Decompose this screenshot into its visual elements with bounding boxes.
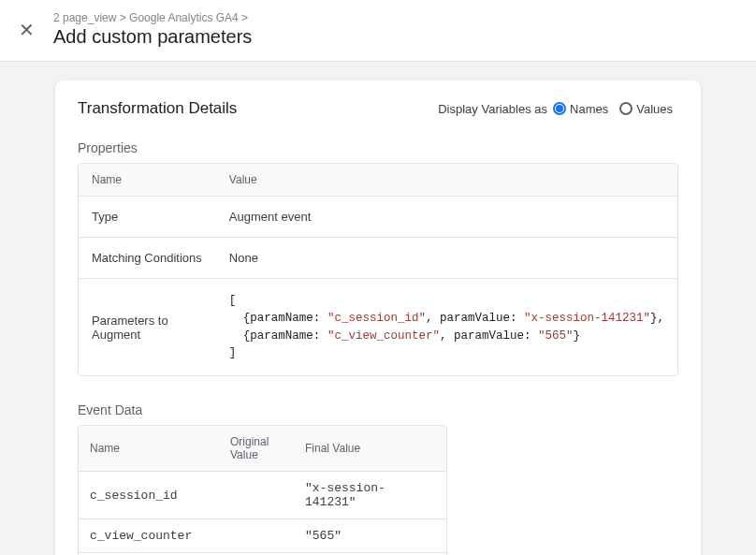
display-label: Display Variables as xyxy=(438,102,547,116)
table-row: Matching Conditions None xyxy=(79,238,677,279)
prop-name: Type xyxy=(79,197,216,238)
prop-value: Augment event xyxy=(216,197,677,238)
card-title: Transformation Details xyxy=(78,99,237,118)
table-row: c_view_counter "565" xyxy=(79,519,446,553)
table-row: Parameters to Augment [ {paramName: "c_s… xyxy=(79,279,677,375)
content-area: Transformation Details Display Variables… xyxy=(0,62,756,555)
event-name: c_view_counter xyxy=(79,519,219,553)
col-name-header: Name xyxy=(79,164,216,197)
event-orig xyxy=(219,519,294,553)
card-header: Transformation Details Display Variables… xyxy=(78,99,678,118)
radio-names[interactable] xyxy=(553,102,566,115)
close-icon[interactable]: ✕ xyxy=(19,11,35,39)
event-final: "x-session-141231" xyxy=(294,472,446,519)
details-card: Transformation Details Display Variables… xyxy=(55,80,701,555)
event-name: c_session_id xyxy=(79,472,219,519)
code-block: [ {paramName: "c_session_id", paramValue… xyxy=(229,292,664,362)
col-name-header: Name xyxy=(79,426,219,472)
prop-value: None xyxy=(216,238,677,279)
header-text: 2 page_view > Google Analytics GA4 > Add… xyxy=(53,11,252,48)
breadcrumb: 2 page_view > Google Analytics GA4 > xyxy=(53,11,252,24)
col-orig-header: Original Value xyxy=(219,426,294,472)
event-orig xyxy=(219,472,294,519)
radio-values[interactable] xyxy=(619,102,632,115)
event-data-section-title: Event Data xyxy=(78,402,678,417)
page-title: Add custom parameters xyxy=(53,26,252,48)
prop-value: [ {paramName: "c_session_id", paramValue… xyxy=(216,279,677,375)
prop-name: Matching Conditions xyxy=(79,238,216,279)
prop-name: Parameters to Augment xyxy=(79,279,216,375)
radio-values-label[interactable]: Values xyxy=(636,102,673,116)
event-final: "565" xyxy=(294,519,446,553)
properties-section-title: Properties xyxy=(78,140,678,155)
display-variables-toggle: Display Variables as Names Values xyxy=(438,102,678,116)
page-header: ✕ 2 page_view > Google Analytics GA4 > A… xyxy=(0,0,756,62)
col-final-header: Final Value xyxy=(294,426,446,472)
table-row: c_session_id "x-session-141231" xyxy=(79,472,446,519)
radio-names-group[interactable]: Names xyxy=(553,102,614,116)
event-data-table: Name Original Value Final Value c_sessio… xyxy=(78,425,447,555)
table-row: Type Augment event xyxy=(79,197,677,238)
properties-table: Name Value Type Augment event Matching C… xyxy=(78,163,678,376)
radio-values-group[interactable]: Values xyxy=(619,102,678,116)
col-value-header: Value xyxy=(216,164,677,197)
radio-names-label[interactable]: Names xyxy=(570,102,608,116)
